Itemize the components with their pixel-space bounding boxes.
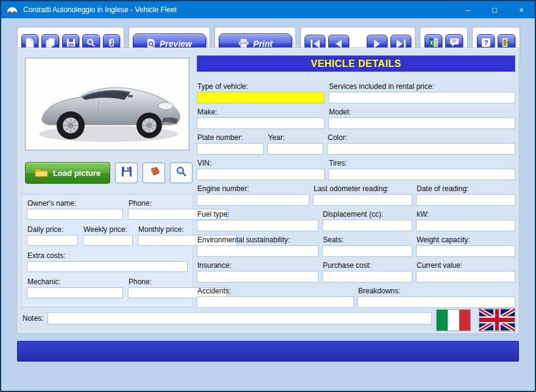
weekly-price-input[interactable]: [83, 235, 133, 246]
kw-label: kW:: [417, 211, 515, 219]
weight-capacity-label: Weight capacity:: [417, 236, 515, 244]
field-purchase-cost: Purchase cost:: [322, 262, 412, 282]
floppy-icon: [121, 166, 132, 180]
erase-picture-button[interactable]: [143, 163, 165, 183]
first-record-icon: [311, 40, 312, 48]
notes-row: Notes:: [23, 312, 432, 324]
tires-label: Tires:: [329, 159, 515, 167]
field-weight-capacity: Weight capacity:: [416, 236, 515, 257]
current-value-input[interactable]: [416, 271, 515, 282]
date-of-reading-input[interactable]: [416, 194, 515, 206]
titlebar: Contratti Autonoleggio in Inglese - Vehi…: [1, 1, 535, 18]
breakdowns-label: Breakdowns:: [358, 287, 515, 295]
field-accidents: Accidents:: [197, 287, 354, 308]
field-owner-name: Owner's name:: [27, 200, 123, 220]
mechanic-input[interactable]: [27, 287, 123, 298]
save-picture-button[interactable]: [115, 163, 138, 183]
vehicle-details-section: VEHICLE DETAILS Type of vehicle: Service…: [197, 55, 515, 313]
services-label: Services included in rental price:: [329, 83, 515, 91]
purchase-cost-input[interactable]: [322, 271, 412, 282]
last-odometer-input[interactable]: [313, 194, 412, 206]
next-record-icon: [374, 40, 380, 48]
year-label: Year:: [268, 134, 323, 142]
seats-label: Seats:: [323, 236, 412, 244]
field-last-odometer: Last odometer reading:: [313, 185, 412, 206]
vin-input[interactable]: [197, 169, 325, 180]
notes-input[interactable]: [48, 312, 432, 324]
model-label: Model:: [329, 108, 515, 116]
load-picture-button[interactable]: Load picture: [25, 162, 110, 184]
displacement-label: Displacement (cc):: [323, 211, 412, 219]
displacement-input[interactable]: [322, 220, 412, 231]
weight-capacity-input[interactable]: [416, 245, 515, 257]
extra-costs-label: Extra costs:: [27, 252, 188, 260]
color-label: Color:: [328, 134, 515, 142]
fuel-type-input[interactable]: [197, 220, 319, 231]
main-panel: Load picture Owner's n: [17, 47, 519, 334]
kw-input[interactable]: [416, 220, 515, 231]
year-input[interactable]: [267, 143, 323, 155]
extra-costs-input[interactable]: [27, 261, 188, 272]
load-picture-label: Load picture: [53, 169, 100, 178]
accidents-label: Accidents:: [197, 287, 354, 295]
insurance-input[interactable]: [197, 271, 319, 282]
field-color: Color:: [327, 134, 515, 155]
field-current-value: Current value:: [416, 262, 515, 282]
owner-name-label: Owner's name:: [27, 200, 123, 208]
make-label: Make:: [197, 108, 325, 116]
type-of-vehicle-input[interactable]: [197, 92, 325, 103]
eraser-icon: [148, 167, 160, 179]
plate-number-label: Plate number:: [197, 134, 264, 142]
field-make: Make:: [197, 108, 325, 129]
engine-number-input[interactable]: [197, 194, 309, 206]
uk-flag[interactable]: [479, 309, 515, 331]
type-of-vehicle-label: Type of vehicle:: [197, 83, 325, 91]
svg-text:?: ?: [484, 39, 488, 46]
maximize-button[interactable]: □: [481, 1, 508, 18]
services-input[interactable]: [328, 92, 515, 103]
field-environmental: Environmental sustainability:: [197, 236, 319, 257]
color-input[interactable]: [327, 143, 515, 155]
field-plate-number: Plate number:: [197, 134, 264, 155]
close-button[interactable]: ×: [508, 1, 535, 18]
italian-flag[interactable]: [437, 310, 470, 331]
status-bar: [17, 341, 519, 362]
environmental-input[interactable]: [197, 245, 319, 257]
notes-label: Notes:: [23, 315, 44, 323]
field-weekly-price: Weekly price:: [83, 226, 133, 246]
photo-tools: Load picture: [25, 161, 192, 184]
tires-input[interactable]: [328, 169, 515, 180]
purchase-cost-label: Purchase cost:: [323, 262, 412, 270]
field-extra-costs: Extra costs:: [27, 252, 188, 272]
minimize-button[interactable]: –: [454, 1, 481, 18]
make-input[interactable]: [197, 117, 325, 129]
model-input[interactable]: [328, 117, 515, 129]
previous-record-icon: [336, 40, 342, 48]
app-icon: [6, 4, 19, 15]
accidents-input[interactable]: [197, 296, 354, 308]
field-engine-number: Engine number:: [197, 185, 309, 206]
field-date-of-reading: Date of reading:: [416, 185, 515, 206]
field-year: Year:: [267, 134, 323, 155]
plate-number-input[interactable]: [197, 143, 264, 155]
field-services: Services included in rental price:: [328, 83, 515, 103]
daily-price-input[interactable]: [27, 235, 78, 246]
vehicle-details-header: VEHICLE DETAILS: [197, 55, 515, 72]
environmental-label: Environmental sustainability:: [197, 236, 319, 244]
zoom-picture-button[interactable]: [170, 163, 192, 183]
field-mechanic: Mechanic:: [27, 278, 123, 298]
seats-input[interactable]: [322, 245, 412, 257]
field-breakdowns: Breakdowns:: [358, 287, 515, 308]
breakdowns-input[interactable]: [358, 296, 515, 308]
vin-label: VIN:: [197, 159, 325, 167]
field-fuel-type: Fuel type:: [197, 211, 319, 231]
field-type-of-vehicle: Type of vehicle:: [197, 83, 325, 103]
owner-name-input[interactable]: [27, 209, 123, 220]
last-record-icon: [397, 40, 403, 48]
field-tires: Tires:: [328, 159, 515, 180]
window-title: Contratti Autonoleggio in Inglese - Vehi…: [23, 5, 454, 14]
folder-icon: [35, 167, 48, 179]
field-model: Model:: [328, 108, 515, 129]
mechanic-label: Mechanic:: [27, 278, 123, 286]
field-daily-price: Daily price:: [27, 226, 78, 246]
